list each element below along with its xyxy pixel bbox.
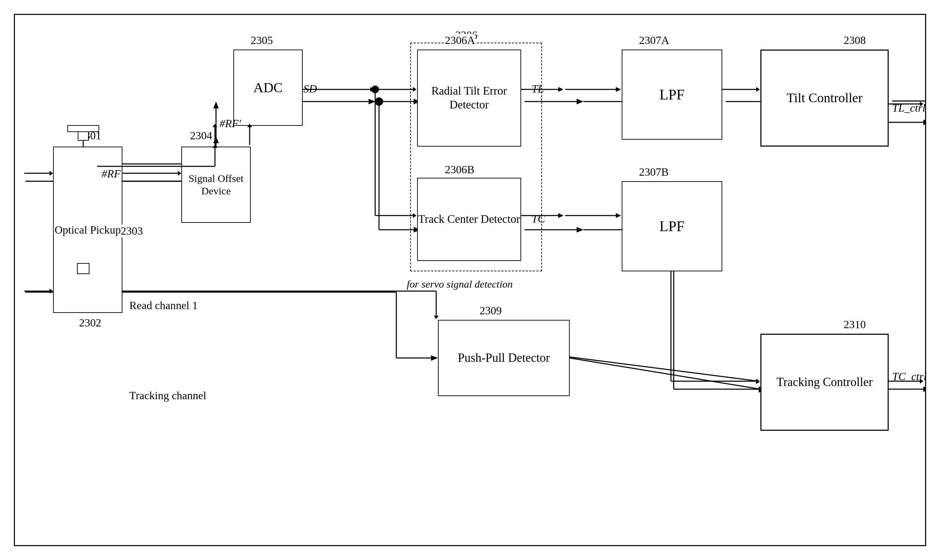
ref-2306b: 2306B [445,163,474,176]
svg-marker-5 [368,99,376,104]
track-center-block: Track Center Detector [417,178,521,261]
ref-2305: 2305 [251,34,273,47]
tilt-controller-block: Tilt Controller [760,49,889,146]
push-pull-block: Push-Pull Detector [438,320,570,396]
tracking-controller-block: Tracking Controller [760,334,889,431]
sd-label: SD [304,83,317,95]
ref-2307b: 2307B [639,166,669,178]
lpf-bottom-block: LPF [622,181,722,271]
rf-prime-label: #RF' [219,117,241,130]
diagram-container: Optical Pickup 2301 2302 2303 Signal Off… [14,14,926,546]
ref-2306a: 2306A [445,34,475,47]
tracking-channel-label: Tracking channel [129,389,206,402]
ref-2304: 2304 [190,129,212,142]
ref-2309: 2309 [479,304,502,317]
ref-2310: 2310 [844,318,866,331]
lpf-top-block: LPF [622,49,722,140]
svg-marker-34 [923,386,925,392]
svg-point-6 [375,97,383,106]
ref-2303: 2303 [121,225,143,237]
tc-ctrl-label: TC_ctrl [892,370,927,383]
svg-marker-19 [923,120,925,125]
svg-marker-3 [213,102,219,108]
read-channel-label: Read channel 1 [129,299,198,312]
tl-label: TL [532,83,544,95]
radial-tilt-block: Radial Tilt Error Detector [417,49,521,146]
ref-2302: 2302 [79,316,101,329]
svg-marker-21 [576,227,584,232]
tc-label: TC [532,212,545,225]
ref-2301: 2301 [79,129,101,142]
servo-signal-label: for servo signal detection [407,278,513,290]
ref-2308: 2308 [844,34,866,47]
signal-offset-block: Signal Offset Device [181,146,251,223]
svg-marker-43 [213,136,219,143]
svg-line-31 [570,358,760,389]
ref-2307a: 2307A [639,34,669,47]
tl-ctrl-label: TL_ctrl [892,102,925,114]
rf-label: #RF [102,168,121,180]
adc-block: ADC [233,49,303,126]
svg-marker-13 [576,99,584,104]
svg-marker-30 [431,355,438,361]
